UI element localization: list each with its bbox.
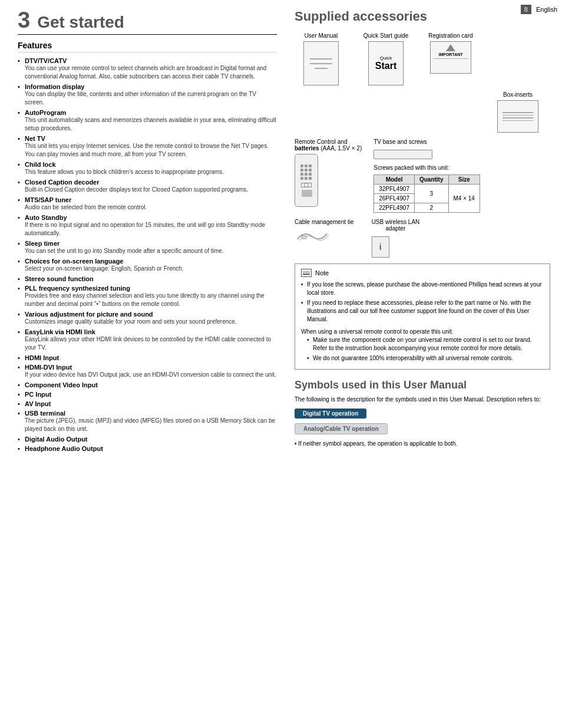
remote-dot-grid — [300, 164, 312, 180]
feature-name: AV Input — [25, 400, 277, 407]
feature-desc: You can display the title, contents and … — [25, 91, 256, 106]
feature-name: Child lock — [25, 161, 277, 168]
feature-name: DTV/TV/CATV — [25, 57, 277, 64]
quick-start-icon: Quick Start — [368, 41, 404, 85]
accessory-tvbase-label: TV base and screws — [373, 139, 427, 145]
tv-base-icon — [373, 150, 432, 159]
feature-desc: The picture (JPEG), music (MP3) and vide… — [25, 417, 275, 432]
feature-desc: This unit lets you enjoy Internet servic… — [25, 143, 269, 157]
feature-name: Auto Standby — [25, 214, 277, 221]
feature-desc: Customizes image quality suitable for yo… — [25, 318, 237, 325]
user-manual-icon — [303, 41, 339, 85]
feature-list: DTV/TV/CATVYou can use your remote contr… — [18, 57, 277, 452]
col-quantity: Quantity — [414, 175, 448, 185]
feature-item: Various adjustment for picture and sound… — [18, 311, 277, 326]
screw-model-26: 26PFL4907 — [374, 194, 415, 203]
accessory-manual-label: User Manual — [305, 32, 338, 39]
feature-name: Choices for on-screen language — [25, 258, 277, 265]
feature-name: Various adjustment for picture and sound — [25, 311, 277, 318]
symbol-analog-badge: Analog/Cable TV operation — [295, 423, 388, 434]
feature-name: Closed Caption decoder — [25, 179, 277, 186]
feature-name: PLL frequency synthesized tuning — [25, 285, 277, 292]
feature-item: DTV/TV/CATVYou can use your remote contr… — [18, 57, 277, 81]
feature-item: Auto StandbyIf there is no Input signal … — [18, 214, 277, 238]
symbol-note: If neither symbol appears, the operation… — [295, 440, 550, 447]
feature-name: Digital Audio Output — [25, 436, 277, 443]
feature-item: Net TVThis unit lets you enjoy Internet … — [18, 135, 277, 159]
screw-size: M4 × 14 — [448, 185, 480, 213]
symbols-section: Symbols used in this User Manual The fol… — [295, 379, 550, 447]
feature-desc: Built-in Closed Caption decoder displays… — [25, 186, 248, 193]
feature-name: AutoProgram — [25, 109, 277, 116]
note-box: Note If you lose the screws, please purc… — [295, 263, 550, 370]
accessory-box-inserts: Box-inserts — [491, 91, 544, 133]
accessories-row2: Cable management tie USB wireless LANada… — [295, 219, 550, 258]
accessory-quick-start: Quick Start guide Quick Start — [359, 32, 412, 85]
remote-icon — [295, 154, 318, 207]
accessory-user-manual: User Manual — [295, 32, 348, 85]
feature-name: USB terminal — [25, 410, 277, 417]
feature-desc: Provides free and easy channel selection… — [25, 292, 265, 307]
symbols-heading: Symbols used in this User Manual — [295, 379, 550, 391]
left-column: 3 Get started Features DTV/TV/CATVYou ca… — [18, 9, 277, 454]
feature-name: EasyLink via HDMI link — [25, 328, 277, 335]
usb-icon: i — [372, 236, 389, 258]
feature-desc: Select your on-screen language: English,… — [25, 265, 184, 272]
feature-item: Closed Caption decoderBuilt-in Closed Ca… — [18, 179, 277, 194]
feature-item: EasyLink via HDMI linkEasyLink allows yo… — [18, 328, 277, 352]
note-icon — [301, 269, 312, 277]
accessory-usb: USB wireless LANadapter i — [372, 219, 425, 258]
accessory-remote-label: Remote Control andbatteries (AAA, 1.5V ×… — [295, 139, 362, 151]
chapter-heading: 3 Get started — [18, 9, 277, 35]
col-model: Model — [374, 175, 415, 185]
col-size: Size — [448, 175, 480, 185]
screw-qty: 3 — [414, 185, 448, 203]
features-heading: Features — [18, 41, 277, 52]
cable-tie-label: Cable management tie — [295, 219, 354, 225]
page-indicator: 8 English — [521, 5, 562, 14]
accessory-quick-label: Quick Start guide — [363, 32, 409, 39]
note-bullet: If you need to replace these accessories… — [301, 299, 544, 324]
accessory-reg-label: Registration card — [428, 32, 473, 39]
reg-card-icon: IMPORTANT — [430, 41, 471, 74]
screw-qty-22: 2 — [414, 203, 448, 213]
feature-name: Component Video Input — [25, 381, 277, 388]
svg-rect-0 — [302, 236, 306, 239]
feature-item: Digital Audio Output — [18, 436, 277, 443]
feature-name: Sleep timer — [25, 240, 277, 247]
note-header: Note — [301, 269, 544, 277]
symbol-digital-badge: Digital TV operation — [295, 409, 366, 419]
feature-name: HDMI Input — [25, 354, 277, 361]
feature-desc: You can set the unit to go into Standby … — [25, 248, 224, 254]
accessory-cable-tie: Cable management tie — [295, 219, 354, 249]
note-body-bullet: We do not guarantee 100% interoperabilit… — [307, 354, 544, 363]
feature-name: PC Input — [25, 391, 277, 398]
note-title: Note — [315, 269, 329, 276]
supplied-heading: Supplied accessories — [295, 9, 550, 24]
note-list: If you lose the screws, please purchase … — [301, 281, 544, 324]
screws-packed-label: Screws packed with this unit: — [373, 164, 550, 171]
accessory-box-inserts-label: Box-inserts — [503, 91, 533, 98]
feature-item: Information displayYou can display the t… — [18, 83, 277, 107]
feature-item: USB terminalThe picture (JPEG), music (M… — [18, 410, 277, 433]
note-bullet: If you lose the screws, please purchase … — [301, 281, 544, 297]
box-inserts-icon — [497, 100, 538, 133]
feature-desc: If your video device has DVI Output jack… — [25, 371, 276, 378]
note-body-text: When using a universal remote control to… — [301, 327, 544, 336]
screw-model-32: 32PFL4907 — [374, 185, 415, 194]
cable-tie-svg — [295, 228, 333, 248]
screw-row-32: 32PFL4907 3 M4 × 14 — [374, 185, 480, 194]
feature-item: Choices for on-screen languageSelect you… — [18, 258, 277, 273]
feature-item: AV Input — [18, 400, 277, 407]
usb-label: USB wireless LANadapter — [372, 219, 420, 232]
feature-item: AutoProgramThis unit automatically scans… — [18, 109, 277, 133]
feature-item: PC Input — [18, 391, 277, 398]
feature-item: Headphone Audio Output — [18, 445, 277, 452]
screw-model-22: 22PFL4907 — [374, 203, 415, 213]
feature-item: Component Video Input — [18, 381, 277, 388]
feature-item: MTS/SAP tunerAudio can be selected from … — [18, 196, 277, 212]
feature-desc: This feature allows you to block childre… — [25, 169, 224, 175]
cable-tie-icon — [295, 228, 333, 249]
feature-item: Stereo sound function — [18, 275, 277, 282]
chapter-number: 3 — [18, 9, 30, 31]
